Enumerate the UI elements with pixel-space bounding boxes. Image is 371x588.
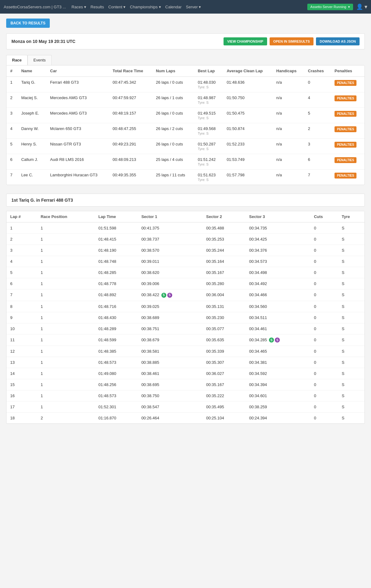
col-sector3: Sector 3 [245,211,310,222]
table-row: 12 1 01:48.385 00:38.581 00:35.339 00:34… [6,346,365,357]
table-row: 7 1 01:48.892 00:38.422 SS 00:36.004 00:… [6,289,365,301]
cell-avg-lap: 01:48.636 [223,77,272,92]
cell-penalties[interactable]: PENALTIES [331,154,365,170]
cell-race-pos: 1 [37,234,95,245]
cell-avg-lap: 01:52.233 [223,139,272,154]
cell-cuts: 0 [310,413,338,424]
cell-lap-time: 01:48.778 [95,278,138,289]
navbar-link-results[interactable]: Results [91,5,104,9]
cell-cuts: 0 [310,401,338,413]
cell-tyre: S [338,413,365,424]
cell-race-time: 00:48:09.213 [109,154,152,170]
cell-pos: 3 [6,108,18,123]
sector-badge: S [275,338,280,342]
cell-car: Mercedes AMG GT3 [46,108,109,123]
cell-penalties[interactable]: PENALTIES [331,77,365,92]
cell-race-pos: 1 [37,278,95,289]
cell-race-pos: 1 [37,312,95,323]
cell-cuts: 0 [310,267,338,278]
cell-sector2: 00:35.077 [203,323,245,334]
back-to-results-button[interactable]: BACK TO RESULTS [6,19,50,28]
table-row: 16 1 01:48.573 00:38.750 00:35.222 00:34… [6,390,365,401]
cell-sector3: 00:34.285 SS [245,334,310,346]
cell-sector1: 00:38.581 [138,346,203,357]
cell-sector3: 00:34.381 [245,357,310,368]
cell-sector3: 00:34.498 [245,267,310,278]
penalties-button[interactable]: PENALTIES [335,142,356,148]
cell-lap-num: 2 [6,234,37,245]
open-simresults-button[interactable]: OPEN IN SIMRESULTS [270,37,313,45]
cell-sector2: 00:35.307 [203,357,245,368]
cell-name: Joseph E. [18,108,46,123]
cell-sector1: 00:38.885 [138,357,203,368]
cell-sector3: 00:34.394 [245,379,310,390]
cell-tyre: S [338,278,365,289]
cell-crashes: 5 [304,108,331,123]
navbar-link-calendar[interactable]: Calendar [165,5,182,9]
table-row: 4 1 01:48.748 00:39.011 00:35.164 00:34.… [6,256,365,267]
cell-car: Nissan GTR GT3 [46,139,109,154]
cell-best-lap: 01:49.515Tyre: S [194,108,223,123]
cell-sector2: 00:35.635 [203,334,245,346]
dropdown-arrow-server[interactable]: ▾ [348,5,350,9]
penalties-button[interactable]: PENALTIES [335,111,356,117]
cell-name: Henry S. [18,139,46,154]
penalties-button[interactable]: PENALTIES [335,95,356,101]
cell-laps: 25 laps / 4 cuts [152,154,194,170]
cell-sector1: 00:38.461 [138,368,203,379]
table-row: 14 1 01:49.080 00:38.461 00:36.027 00:34… [6,368,365,379]
race-date: on 10 May 19 20:31 UTC [26,39,75,44]
cell-best-lap: 01:51.242Tyre: S [194,154,223,170]
cell-cuts: 0 [310,222,338,234]
cell-penalties[interactable]: PENALTIES [331,108,365,123]
penalties-button[interactable]: PENALTIES [335,157,356,163]
cell-penalties[interactable]: PENALTIES [331,170,365,185]
cell-laps: 26 laps / 0 cuts [152,139,194,154]
cell-penalties[interactable]: PENALTIES [331,139,365,154]
col-name: Name [18,65,46,77]
cell-sector1: 00:41.375 [138,222,203,234]
navbar-brand: AssettoCorsaServers.com | GT3 ... [4,5,66,9]
cell-laps: 26 laps / 0 cuts [152,77,194,92]
cell-lap-num: 3 [6,245,37,256]
driver-in-label: in [36,198,41,203]
cell-penalties[interactable]: PENALTIES [331,92,365,108]
navbar-link-content[interactable]: Content ▾ [108,5,126,9]
cell-handicap: n/a [273,139,304,154]
cell-lap-num: 9 [6,312,37,323]
table-row: 10 1 01:48.289 00:38.751 00:35.077 00:34… [6,323,365,334]
cell-sector3: 00:34.560 [245,301,310,312]
cell-cuts: 0 [310,379,338,390]
cell-sector3: 00:34.465 [245,346,310,357]
cell-lap-time: 01:48.289 [95,323,138,334]
download-json-button[interactable]: DOWNLOAD AS JSON [316,37,360,45]
cell-lap-num: 7 [6,289,37,301]
user-menu-button[interactable]: 👤 ▾ [356,3,367,10]
cell-tyre: S [338,368,365,379]
cell-sector3: 00:34.461 [245,323,310,334]
navbar-link-championships[interactable]: Championships ▾ [130,5,161,9]
cell-race-time: 00:49:23.291 [109,139,152,154]
cell-lap-time: 01:48.285 [95,267,138,278]
cell-lap-time: 01:48.573 [95,390,138,401]
penalties-button[interactable]: PENALTIES [335,173,356,178]
cell-sector1: 00:38.689 [138,312,203,323]
cell-tyre: S [338,245,365,256]
penalties-button[interactable]: PENALTIES [335,126,356,132]
cell-sector2: 00:35.167 [203,267,245,278]
tab-events[interactable]: Events [28,55,52,65]
server-status-badge[interactable]: Assetto Server Running ▾ [307,4,353,10]
navbar-link-server[interactable]: Server ▾ [186,5,201,9]
cell-penalties[interactable]: PENALTIES [331,123,365,139]
cell-cuts: 0 [310,323,338,334]
navbar-link-races[interactable]: Races ▾ [71,5,86,9]
cell-name: Lee C. [18,170,46,185]
tab-race[interactable]: Race [6,55,28,65]
race-table-header-row: # Name Car Total Race Time Num Laps Best… [6,65,365,77]
view-championship-button[interactable]: VIEW CHAMPIONSHIP [224,37,267,45]
cell-race-pos: 1 [37,222,95,234]
cell-race-pos: 2 [37,413,95,424]
navbar-right: Assetto Server Running ▾ 👤 ▾ [307,3,367,10]
penalties-button[interactable]: PENALTIES [335,80,356,86]
cell-lap-time: 01:48.415 [95,234,138,245]
